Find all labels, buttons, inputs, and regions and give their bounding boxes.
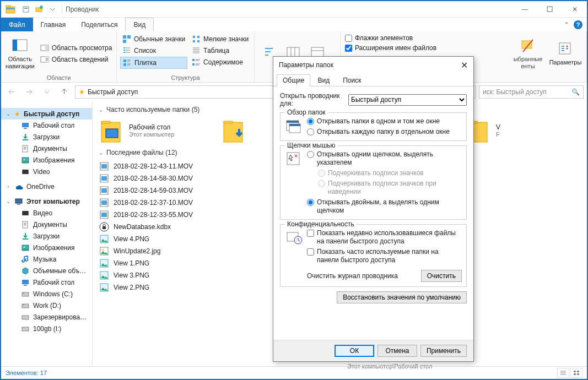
icons-medium-button[interactable]: Обычные значки	[120, 34, 187, 45]
sidebar-item[interactable]: Video	[1, 166, 92, 177]
nav-pane-label: Область навигации	[6, 56, 35, 69]
ok-button[interactable]: ОК	[335, 345, 374, 357]
click-behavior-group: Щелчки мышью Открывать одним щелчком, вы…	[280, 145, 467, 220]
svg-rect-23	[192, 59, 195, 61]
file-extensions-toggle[interactable]: Расширения имен файлов	[344, 44, 438, 52]
view-mode-large-icon[interactable]	[570, 368, 582, 378]
sidebar-item[interactable]: Загрузки	[1, 230, 92, 242]
browse-folders-icon	[285, 117, 303, 135]
sidebar-item[interactable]: Work (D:)	[1, 300, 92, 311]
click-behavior-legend: Щелчки мышью	[285, 142, 338, 149]
new-window-radio[interactable]	[307, 128, 314, 135]
file-icon	[99, 186, 109, 196]
file-icon	[99, 246, 109, 256]
recent-dropdown[interactable]	[40, 85, 54, 99]
list-button[interactable]: Список	[120, 45, 187, 56]
sidebar-item[interactable]: Изображения	[1, 242, 92, 253]
svg-rect-4	[24, 8, 28, 9]
sidebar-this-pc[interactable]: ⌄Этот компьютер	[1, 196, 92, 207]
dialog-tab-search[interactable]: Поиск	[337, 74, 367, 86]
details-button[interactable]: Таблица	[190, 45, 251, 56]
single-click-radio[interactable]	[307, 151, 314, 158]
svg-rect-80	[574, 371, 576, 372]
dialog-title: Параметры папок	[279, 61, 333, 69]
icons-small-button[interactable]: Мелкие значки	[190, 34, 251, 45]
open-explorer-select[interactable]: Быстрый доступ	[348, 94, 467, 106]
sidebar-item[interactable]: Windows (C:)	[1, 288, 92, 300]
folder-tile[interactable]: Рабочий столЭтот компьютер	[98, 118, 214, 143]
qat-dropdown-icon[interactable]	[46, 3, 58, 15]
item-count-label: Элементов:	[6, 370, 39, 376]
dialog-close-button[interactable]: ✕	[461, 60, 468, 70]
svg-rect-82	[574, 373, 576, 375]
same-window-radio[interactable]	[307, 118, 314, 125]
svg-rect-46	[23, 293, 24, 294]
svg-rect-19	[193, 36, 195, 38]
sidebar-quick-access[interactable]: ⌄★Быстрый доступ	[1, 108, 92, 120]
svg-point-42	[24, 246, 25, 248]
qat-new-folder-icon[interactable]	[33, 3, 45, 15]
svg-rect-83	[577, 373, 579, 375]
file-icon	[99, 258, 109, 268]
cancel-button[interactable]: Отмена	[377, 345, 417, 357]
item-count: 17	[40, 370, 47, 376]
sidebar-item[interactable]: Рабочий стол	[1, 276, 92, 288]
file-icon	[99, 222, 109, 232]
sidebar-item[interactable]: Рабочий стол	[1, 120, 92, 131]
close-button[interactable]: ✕	[562, 2, 587, 17]
pc-icon	[14, 197, 23, 206]
content-button[interactable]: Содержимое	[190, 57, 251, 68]
sidebar-onedrive[interactable]: ›OneDrive	[1, 181, 92, 192]
privacy-icon	[285, 229, 303, 247]
dialog-tab-view[interactable]: Вид	[311, 74, 336, 86]
tab-share[interactable]: Поделиться	[73, 18, 125, 31]
svg-rect-33	[23, 145, 28, 152]
sidebar-item[interactable]: Документы	[1, 219, 92, 230]
options-button[interactable]: Параметры	[548, 34, 583, 73]
sidebar-item[interactable]: Зарезервированный	[1, 311, 92, 323]
sidebar-item[interactable]: Документы	[1, 143, 92, 154]
svg-rect-36	[22, 170, 29, 174]
tab-view[interactable]: Вид	[125, 18, 154, 32]
details-pane-button[interactable]: Область сведений	[38, 54, 115, 65]
sidebar-item[interactable]: Видео	[1, 207, 92, 219]
item-checkboxes-toggle[interactable]: Флажки элементов	[344, 34, 438, 42]
folder-icon	[21, 144, 30, 153]
clear-history-button[interactable]: Очистить	[421, 270, 462, 282]
folder-icon	[21, 324, 30, 333]
help-icon[interactable]: ?	[574, 20, 582, 29]
preview-pane-button[interactable]: Область просмотра	[38, 42, 115, 53]
back-button[interactable]: 🡠	[4, 85, 19, 99]
dialog-tab-general[interactable]: Общие	[277, 74, 310, 86]
maximize-button[interactable]	[537, 2, 562, 17]
minimize-button[interactable]: —	[513, 2, 537, 17]
file-icon	[99, 173, 109, 183]
folder-tile[interactable]: VF	[465, 118, 581, 143]
show-frequent-folders-checkbox[interactable]	[307, 248, 314, 256]
ribbon-collapse-icon[interactable]: ⌃	[564, 21, 569, 29]
file-icon	[99, 234, 109, 244]
svg-rect-17	[123, 59, 126, 62]
tab-home[interactable]: Главная	[33, 18, 74, 31]
view-mode-details-icon[interactable]	[557, 368, 569, 378]
show-recent-files-checkbox[interactable]	[307, 230, 314, 237]
search-input[interactable]: иск: Быстрый доступ 🔍	[479, 85, 584, 99]
tab-file[interactable]: Файл	[1, 18, 33, 31]
tiles-button[interactable]: Плитка	[120, 57, 187, 69]
hide-selected-button[interactable]: ыбранные енты	[510, 34, 546, 73]
ribbon-group-panes-label: Области	[4, 73, 113, 81]
sidebar-item[interactable]: Объемные объекты	[1, 265, 92, 276]
sidebar-item[interactable]: Загрузки	[1, 131, 92, 143]
up-button[interactable]: 🡡	[57, 85, 72, 99]
forward-button[interactable]: 🡢	[22, 85, 36, 99]
sidebar-item[interactable]: 100gb (I:)	[1, 323, 92, 334]
nav-pane-button[interactable]: Область навигации	[4, 34, 36, 73]
svg-rect-40	[23, 221, 28, 228]
sidebar-item[interactable]: Изображения	[1, 154, 92, 166]
sidebar-item[interactable]: Музыка	[1, 253, 92, 265]
restore-defaults-button[interactable]: Восстановить значения по умолчанию	[337, 291, 467, 303]
qat-properties-icon[interactable]	[20, 3, 32, 15]
double-click-radio[interactable]	[307, 199, 314, 206]
svg-rect-73	[103, 226, 106, 229]
apply-button[interactable]: Применить	[420, 345, 467, 357]
